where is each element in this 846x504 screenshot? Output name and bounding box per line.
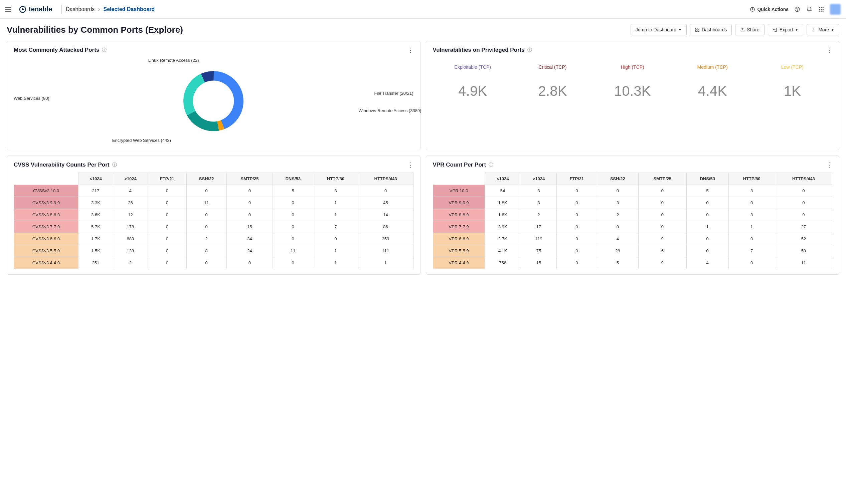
table-cell[interactable]: 3: [728, 209, 775, 221]
row-label[interactable]: CVSSv3 5-5.9: [14, 245, 78, 257]
table-cell[interactable]: 0: [557, 185, 597, 197]
col-header[interactable]: HTTPS/443: [775, 173, 832, 185]
table-cell[interactable]: 0: [147, 209, 187, 221]
metric[interactable]: Exploitable (TCP)4.9K: [433, 65, 513, 99]
row-label[interactable]: VPR 8-8.9: [433, 209, 484, 221]
col-header[interactable]: >1024: [521, 173, 557, 185]
table-cell[interactable]: 0: [273, 209, 313, 221]
row-label[interactable]: VPR 6-6.9: [433, 233, 484, 245]
table-cell[interactable]: 1.6K: [484, 209, 521, 221]
table-cell[interactable]: 2: [187, 233, 226, 245]
row-label[interactable]: VPR 5-5.9: [433, 245, 484, 257]
breadcrumb-root[interactable]: Dashboards: [66, 6, 94, 12]
table-cell[interactable]: 5: [597, 257, 639, 269]
table-cell[interactable]: 0: [187, 185, 226, 197]
table-cell[interactable]: 0: [226, 257, 272, 269]
col-header[interactable]: SSH/22: [187, 173, 226, 185]
table-cell[interactable]: 0: [686, 197, 728, 209]
apps-icon[interactable]: [818, 6, 825, 13]
row-label[interactable]: CVSSv3 10.0: [14, 185, 78, 197]
table-cell[interactable]: 3: [521, 197, 557, 209]
table-cell[interactable]: 0: [273, 233, 313, 245]
table-cell[interactable]: 0: [557, 209, 597, 221]
table-cell[interactable]: 2: [113, 257, 147, 269]
table-cell[interactable]: 3: [728, 185, 775, 197]
row-label[interactable]: VPR 4-4.9: [433, 257, 484, 269]
table-cell[interactable]: 1.5K: [78, 245, 113, 257]
table-cell[interactable]: 0: [273, 257, 313, 269]
table-cell[interactable]: 7: [728, 245, 775, 257]
table-cell[interactable]: 1: [358, 257, 413, 269]
table-cell[interactable]: 0: [226, 185, 272, 197]
table-cell[interactable]: 0: [728, 197, 775, 209]
hamburger-icon[interactable]: [5, 5, 13, 13]
table-cell[interactable]: 17: [521, 221, 557, 233]
table-cell[interactable]: 0: [358, 185, 413, 197]
info-icon[interactable]: ⓘ: [102, 47, 107, 53]
table-cell[interactable]: 0: [273, 221, 313, 233]
row-label[interactable]: CVSSv3 6-6.9: [14, 233, 78, 245]
col-header[interactable]: FTP/21: [147, 173, 187, 185]
col-header[interactable]: SMTP/25: [639, 173, 686, 185]
table-cell[interactable]: 1: [313, 245, 358, 257]
table-cell[interactable]: 12: [113, 209, 147, 221]
table-cell[interactable]: 0: [686, 209, 728, 221]
table-cell[interactable]: 0: [639, 185, 686, 197]
table-cell[interactable]: 4: [686, 257, 728, 269]
dashboards-button[interactable]: Dashboards: [690, 24, 732, 35]
table-cell[interactable]: 15: [521, 257, 557, 269]
table-cell[interactable]: 0: [147, 185, 187, 197]
table-cell[interactable]: 0: [147, 221, 187, 233]
table-cell[interactable]: 50: [775, 245, 832, 257]
help-icon[interactable]: [794, 6, 800, 13]
table-cell[interactable]: 4.1K: [484, 245, 521, 257]
col-header[interactable]: <1024: [78, 173, 113, 185]
metric[interactable]: Low (TCP)1K: [753, 65, 832, 99]
table-cell[interactable]: 0: [557, 257, 597, 269]
table-cell[interactable]: 5.7K: [78, 221, 113, 233]
table-cell[interactable]: 0: [226, 209, 272, 221]
table-cell[interactable]: 0: [686, 245, 728, 257]
card-menu-icon[interactable]: ⋮: [407, 161, 413, 168]
table-cell[interactable]: 0: [273, 197, 313, 209]
table-cell[interactable]: 3: [597, 197, 639, 209]
table-cell[interactable]: 28: [597, 245, 639, 257]
table-cell[interactable]: 4: [597, 233, 639, 245]
table-cell[interactable]: 0: [147, 245, 187, 257]
table-cell[interactable]: 54: [484, 185, 521, 197]
quick-actions-button[interactable]: Quick Actions: [750, 7, 789, 12]
col-header[interactable]: SMTP/25: [226, 173, 272, 185]
table-cell[interactable]: 0: [147, 197, 187, 209]
row-label[interactable]: VPR 7-7.9: [433, 221, 484, 233]
table-cell[interactable]: 0: [557, 245, 597, 257]
donut-chart[interactable]: Linux Remote Access (22) File Transfer (…: [14, 58, 413, 145]
table-cell[interactable]: 9: [639, 233, 686, 245]
col-header[interactable]: HTTPS/443: [358, 173, 413, 185]
table-cell[interactable]: 0: [597, 185, 639, 197]
table-cell[interactable]: 45: [358, 197, 413, 209]
table-cell[interactable]: 0: [187, 209, 226, 221]
row-label[interactable]: VPR 10.0: [433, 185, 484, 197]
table-cell[interactable]: 111: [358, 245, 413, 257]
table-cell[interactable]: 3.6K: [78, 209, 113, 221]
avatar[interactable]: [830, 4, 841, 15]
brand-logo[interactable]: tenable: [19, 5, 52, 13]
table-cell[interactable]: 6: [639, 245, 686, 257]
table-cell[interactable]: 11: [187, 197, 226, 209]
col-header[interactable]: <1024: [484, 173, 521, 185]
metric[interactable]: Critical (TCP)2.8K: [513, 65, 593, 99]
col-header[interactable]: FTP/21: [557, 173, 597, 185]
table-cell[interactable]: 178: [113, 221, 147, 233]
table-cell[interactable]: 0: [597, 221, 639, 233]
metric[interactable]: Medium (TCP)4.4K: [672, 65, 752, 99]
bell-icon[interactable]: [806, 6, 813, 13]
export-button[interactable]: Export▼: [768, 24, 803, 35]
table-cell[interactable]: 0: [728, 257, 775, 269]
row-label[interactable]: CVSSv3 4-4.9: [14, 257, 78, 269]
table-cell[interactable]: 2: [521, 209, 557, 221]
table-cell[interactable]: 0: [686, 233, 728, 245]
breadcrumb-current[interactable]: Selected Dashboard: [104, 6, 155, 12]
table-cell[interactable]: 8: [187, 245, 226, 257]
table-cell[interactable]: 0: [728, 233, 775, 245]
table-cell[interactable]: 119: [521, 233, 557, 245]
